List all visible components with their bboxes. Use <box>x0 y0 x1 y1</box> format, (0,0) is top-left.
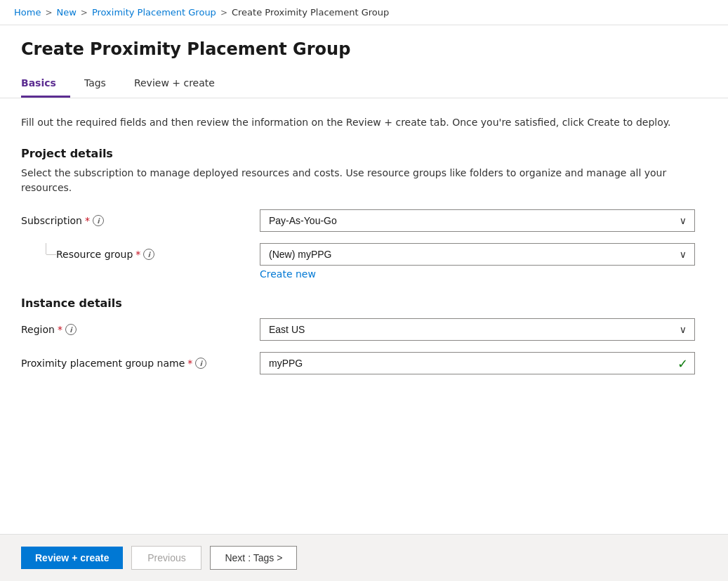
rg-select-wrapper: (New) myPPG <box>260 243 695 266</box>
rg-h-connector <box>46 254 56 255</box>
breadcrumb-sep-2: > <box>81 8 88 18</box>
subscription-control: Pay-As-You-Go <box>260 209 707 232</box>
rg-h-line <box>46 254 56 255</box>
intro-text: Fill out the required fields and then re… <box>21 115 707 130</box>
rg-label-col: Resource group * i <box>56 243 260 260</box>
subscription-row: Subscription * i Pay-As-You-Go <box>21 209 707 232</box>
subscription-select[interactable]: Pay-As-You-Go <box>260 209 695 232</box>
rg-connector <box>21 243 56 255</box>
region-label-col: Region * i <box>21 318 260 335</box>
main-content: Create Proximity Placement Group Basics … <box>0 25 728 534</box>
next-button[interactable]: Next : Tags > <box>210 546 297 570</box>
breadcrumb-sep-3: > <box>220 8 227 18</box>
footer: Review + create Previous Next : Tags > <box>0 534 728 581</box>
project-details-title: Project details <box>21 147 707 160</box>
ppg-name-input-wrapper: ✓ <box>260 352 695 374</box>
rg-control: (New) myPPG Create new <box>260 243 707 280</box>
breadcrumb-current: Create Proximity Placement Group <box>232 7 389 18</box>
ppg-name-input[interactable] <box>260 352 695 374</box>
region-control: East US East US 2 West US West US 2 Cent… <box>260 318 707 341</box>
breadcrumb-bar: Home > New > Proximity Placement Group >… <box>0 0 728 25</box>
region-info-icon[interactable]: i <box>65 324 77 335</box>
valid-check-icon: ✓ <box>677 356 688 371</box>
tab-tags[interactable]: Tags <box>84 70 120 98</box>
region-label: Region <box>21 324 55 335</box>
region-row: Region * i East US East US 2 West US Wes… <box>21 318 707 341</box>
resource-group-container: Resource group * i (New) myPPG Create ne… <box>21 243 707 280</box>
ppg-name-info-icon[interactable]: i <box>195 358 206 369</box>
tabs: Basics Tags Review + create <box>21 70 707 98</box>
subscription-label: Subscription <box>21 215 82 226</box>
subscription-select-wrapper: Pay-As-You-Go <box>260 209 695 232</box>
instance-details-title: Instance details <box>21 296 707 310</box>
region-select-wrapper: East US East US 2 West US West US 2 Cent… <box>260 318 695 341</box>
region-required: * <box>58 324 62 335</box>
breadcrumb-home[interactable]: Home <box>14 7 41 18</box>
review-create-button[interactable]: Review + create <box>21 547 123 569</box>
previous-button: Previous <box>131 546 201 570</box>
breadcrumb-ppg[interactable]: Proximity Placement Group <box>92 7 216 18</box>
instance-section: Instance details Region * i East US East… <box>21 296 707 374</box>
ppg-name-control: ✓ <box>260 352 707 374</box>
create-new-link[interactable]: Create new <box>260 268 316 280</box>
rg-label: Resource group <box>56 249 133 260</box>
rg-select[interactable]: (New) myPPG <box>260 243 695 266</box>
ppg-name-label: Proximity placement group name <box>21 358 185 369</box>
region-select[interactable]: East US East US 2 West US West US 2 Cent… <box>260 318 695 341</box>
page-header: Create Proximity Placement Group Basics … <box>0 25 728 98</box>
rg-inner: Resource group * i (New) myPPG Create ne… <box>56 243 707 280</box>
rg-v-line <box>46 243 46 254</box>
subscription-required: * <box>85 215 90 226</box>
project-details-desc: Select the subscription to manage deploy… <box>21 166 707 195</box>
ppg-name-row: Proximity placement group name * i ✓ <box>21 352 707 374</box>
page-title: Create Proximity Placement Group <box>21 39 707 59</box>
rg-info-icon[interactable]: i <box>143 249 154 260</box>
ppg-name-label-col: Proximity placement group name * i <box>21 352 260 369</box>
tab-basics[interactable]: Basics <box>21 70 70 98</box>
breadcrumb-sep-1: > <box>45 8 52 18</box>
subscription-info-icon[interactable]: i <box>93 215 104 226</box>
subscription-label-col: Subscription * i <box>21 209 260 226</box>
ppg-name-required: * <box>187 358 192 369</box>
form-content: Fill out the required fields and then re… <box>0 98 728 534</box>
rg-required: * <box>135 249 140 260</box>
tab-review-create[interactable]: Review + create <box>134 70 229 98</box>
breadcrumb-new[interactable]: New <box>56 7 76 18</box>
